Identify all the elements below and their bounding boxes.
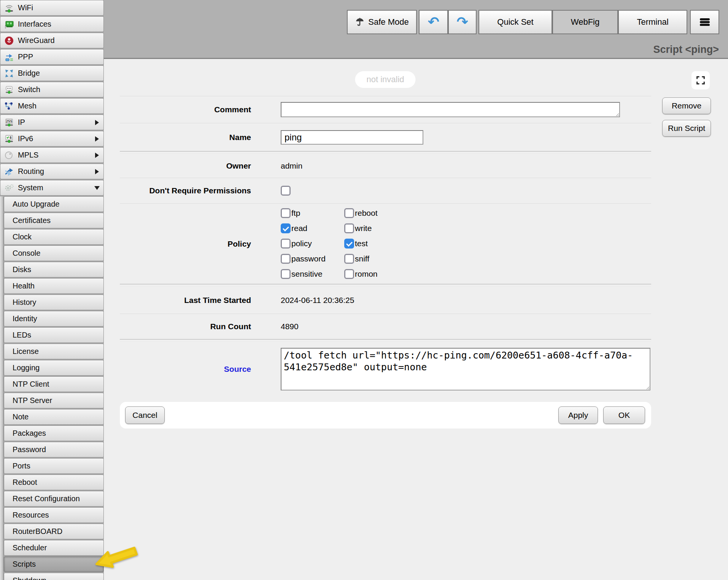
comment-row: Comment: [120, 96, 651, 123]
sidebar-item-shutdown[interactable]: Shutdown: [4, 573, 104, 580]
undo-button[interactable]: ↶: [419, 10, 448, 34]
sidebar-item-packages[interactable]: Packages: [4, 425, 104, 441]
run-script-button[interactable]: Run Script: [662, 120, 711, 137]
sidebar-item-license[interactable]: License: [4, 344, 104, 359]
sidebar-item-bridge[interactable]: Bridge: [0, 65, 104, 81]
write-checkbox[interactable]: [344, 223, 354, 233]
top-toolbar: Safe Mode ↶ ↷ Quick Set WebFig Terminal …: [104, 0, 728, 59]
sidebar-item-wifi[interactable]: WiFi: [0, 0, 104, 16]
section-divider: [120, 339, 651, 342]
sidebar-item-ipv6[interactable]: 6 IPv6: [0, 131, 104, 147]
redo-icon: ↷: [456, 15, 468, 29]
policy-checkbox[interactable]: [281, 239, 291, 249]
sidebar-item-auto-upgrade[interactable]: Auto Upgrade: [4, 196, 104, 212]
romon-checkbox[interactable]: [344, 269, 354, 279]
switch-icon: [4, 85, 14, 95]
sidebar-item-routing[interactable]: Routing: [0, 164, 104, 179]
test-checkbox[interactable]: [344, 239, 354, 249]
run-count-value: 4890: [281, 322, 299, 331]
sidebar-item-routerboard[interactable]: RouterBOARD: [4, 524, 104, 539]
sidebar-item-mesh[interactable]: Mesh: [0, 98, 104, 114]
policy-option-policy: policy: [281, 239, 344, 249]
comment-input[interactable]: [281, 102, 620, 117]
sidebar-item-ports[interactable]: Ports: [4, 458, 104, 474]
section-divider: [120, 284, 651, 287]
run-count-row: Run Count 4890: [120, 314, 651, 339]
ip-icon: 255: [4, 118, 14, 127]
fullscreen-icon: [695, 75, 706, 86]
sidebar-item-note[interactable]: Note: [4, 409, 104, 425]
last-time-started-value: 2024-06-11 20:36:25: [281, 296, 354, 305]
policy-checkbox-grid: ftp reboot read write policy test passwo…: [281, 204, 378, 284]
read-checkbox[interactable]: [281, 223, 291, 233]
tab-quick-set[interactable]: Quick Set: [478, 10, 552, 34]
source-input[interactable]: /tool fetch url="https://hc-ping.com/620…: [281, 348, 650, 390]
name-row: Name: [120, 123, 651, 151]
sidebar-item-ntp-server[interactable]: NTP Server: [4, 393, 104, 408]
sidebar-item-scripts[interactable]: Scripts: [4, 556, 104, 572]
submenu-arrow-icon: [95, 169, 99, 174]
sidebar-item-ntp-client[interactable]: NTP Client: [4, 376, 104, 392]
sidebar-item-password[interactable]: Password: [4, 442, 104, 457]
redo-button[interactable]: ↷: [448, 10, 477, 34]
dont-require-permissions-row: Don't Require Permissions: [120, 178, 651, 203]
sidebar-item-switch[interactable]: Switch: [0, 82, 104, 97]
ftp-checkbox[interactable]: [281, 208, 291, 218]
source-label[interactable]: Source: [120, 365, 251, 374]
tab-webfig[interactable]: WebFig: [552, 10, 618, 34]
ipv6-icon: 6: [4, 134, 14, 144]
fullscreen-button[interactable]: [691, 71, 710, 89]
section-run-info: Last Time Started 2024-06-11 20:36:25 Ru…: [120, 287, 651, 339]
sidebar-item-logging[interactable]: Logging: [4, 360, 104, 376]
sidebar-item-certificates[interactable]: Certificates: [4, 213, 104, 228]
submenu-arrow-icon: [95, 136, 99, 142]
menu-button[interactable]: [690, 10, 719, 34]
undo-icon: ↶: [428, 15, 439, 29]
safe-mode-button[interactable]: Safe Mode: [347, 10, 417, 34]
sidebar-item-disks[interactable]: Disks: [4, 262, 104, 277]
submenu-arrow-icon: [95, 120, 99, 125]
name-input[interactable]: [281, 130, 423, 145]
sidebar-item-health[interactable]: Health: [4, 278, 104, 294]
sidebar-item-resources[interactable]: Resources: [4, 507, 104, 523]
wireguard-icon: [4, 36, 14, 46]
sidebar-item-history[interactable]: History: [4, 295, 104, 310]
umbrella-icon: [355, 17, 365, 27]
policy-option-write: write: [344, 223, 378, 233]
owner-row: Owner admin: [120, 154, 651, 178]
cancel-button[interactable]: Cancel: [125, 406, 165, 424]
policy-option-romon: romon: [344, 269, 378, 279]
sidebar-item-ip[interactable]: 255 IP: [0, 115, 104, 130]
sidebar-item-reset-configuration[interactable]: Reset Configuration: [4, 491, 104, 507]
sensitive-checkbox[interactable]: [281, 269, 291, 279]
hamburger-icon: [699, 17, 711, 27]
sidebar-item-identity[interactable]: Identity: [4, 311, 104, 327]
sidebar-item-reboot[interactable]: Reboot: [4, 475, 104, 490]
system-submenu: Auto Upgrade Certificates Clock Console …: [0, 196, 104, 580]
reboot-checkbox[interactable]: [344, 208, 354, 218]
sidebar-item-scheduler[interactable]: Scheduler: [4, 540, 104, 556]
sidebar-item-clock[interactable]: Clock: [4, 229, 104, 245]
dont-require-permissions-checkbox[interactable]: [281, 186, 291, 196]
sidebar-item-wireguard[interactable]: WireGuard: [0, 33, 104, 48]
policy-option-test: test: [344, 239, 378, 249]
ppp-icon: [4, 52, 14, 62]
sniff-checkbox[interactable]: [344, 254, 354, 264]
svg-text:255: 255: [6, 120, 12, 123]
apply-button[interactable]: Apply: [558, 406, 598, 424]
submenu-arrow-icon: [95, 153, 99, 158]
status-badge: not invalid: [355, 71, 415, 88]
sidebar-item-console[interactable]: Console: [4, 245, 104, 261]
ok-button[interactable]: OK: [603, 406, 645, 424]
sidebar-item-mpls[interactable]: MPLS: [0, 147, 104, 163]
sidebar-item-interfaces[interactable]: Interfaces: [0, 16, 104, 32]
sidebar-item-ppp[interactable]: PPP: [0, 49, 104, 65]
tab-terminal[interactable]: Terminal: [618, 10, 687, 34]
password-checkbox[interactable]: [281, 254, 291, 264]
sidebar-item-system[interactable]: System: [0, 180, 104, 196]
policy-option-ftp: ftp: [281, 208, 344, 218]
remove-button[interactable]: Remove: [662, 97, 711, 114]
comment-label: Comment: [120, 105, 251, 114]
sidebar-item-leds[interactable]: LEDs: [4, 327, 104, 343]
section-owner-policy: Owner admin Don't Require Permissions Po…: [120, 154, 651, 284]
